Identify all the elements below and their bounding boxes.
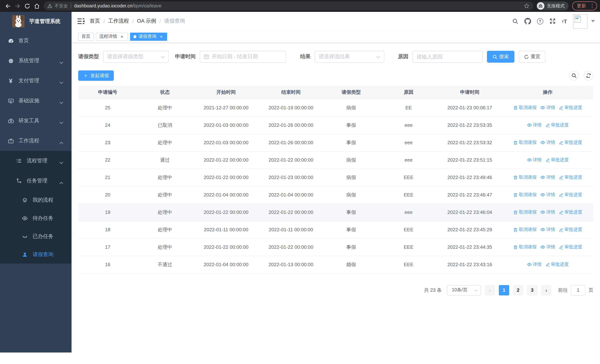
bottom-strip	[0, 353, 600, 364]
browser-menu-icon[interactable]	[590, 4, 594, 8]
tab-process-detail[interactable]: 流程详情 ×	[96, 32, 128, 41]
progress-link[interactable]: 审批进度	[545, 261, 569, 268]
detail-link[interactable]: 详情	[540, 191, 555, 198]
progress-link[interactable]: 审批进度	[559, 244, 582, 250]
prev-page-icon[interactable]: ‹	[485, 285, 495, 295]
progress-link[interactable]: 审批进度	[559, 174, 582, 180]
back-icon[interactable]	[3, 1, 13, 11]
avatar[interactable]	[573, 14, 587, 28]
cancel-leave-link[interactable]: 取消请假	[513, 209, 537, 215]
page-button-2[interactable]: 2	[513, 285, 523, 295]
security-label[interactable]: 不安全	[55, 3, 68, 9]
breadcrumb-oa-example[interactable]: OA 示例	[137, 18, 156, 24]
cancel-leave-link[interactable]: 取消请假	[513, 104, 537, 111]
cell-reason: EEE	[380, 169, 437, 186]
page-button-1[interactable]: 1	[499, 285, 509, 295]
sidebar-item-todo-tasks[interactable]: 待办任务	[0, 209, 72, 227]
sidebar-item-my-process[interactable]: 我的流程	[0, 191, 72, 209]
detail-link[interactable]: 详情	[527, 261, 542, 267]
leave-type-select[interactable]: 请选择请假类型	[103, 51, 169, 63]
next-page-icon[interactable]: ›	[541, 285, 552, 295]
sidebar-item-system[interactable]: 系统管理	[0, 51, 72, 71]
cell-apply-id: 21	[78, 169, 137, 186]
progress-link[interactable]: 审批进度	[545, 122, 569, 128]
tab-home[interactable]: 首页	[78, 32, 94, 41]
search-icon[interactable]	[512, 18, 518, 24]
breadcrumb-workflow[interactable]: 工作流程	[108, 18, 129, 24]
reload-icon[interactable]	[22, 1, 32, 11]
sidebar-item-process-mgmt[interactable]: 流程管理	[0, 151, 72, 171]
goto-page-input[interactable]	[571, 285, 586, 295]
col-leave-type: 请假类型	[322, 86, 380, 99]
close-icon[interactable]: ×	[159, 34, 164, 39]
sidebar-item-home[interactable]: 首页	[0, 31, 72, 51]
forward-icon[interactable]	[13, 1, 22, 11]
sidebar-collapse-icon[interactable]	[77, 18, 84, 25]
table-row: 21处理中2022-01-22 00:00:002022-01-23 00:00…	[78, 169, 593, 186]
breadcrumb-home[interactable]: 首页	[90, 18, 100, 24]
table-toolbar: ＋ 发起请假	[78, 70, 593, 81]
close-icon[interactable]: ×	[119, 34, 124, 39]
fullscreen-icon[interactable]	[549, 18, 556, 24]
create-leave-button[interactable]: ＋ 发起请假	[78, 70, 114, 81]
progress-link[interactable]: 审批进度	[559, 209, 582, 215]
home-icon[interactable]	[32, 1, 41, 11]
cancel-leave-link[interactable]: 取消请假	[513, 226, 537, 233]
sidebar-item-infrastructure[interactable]: 基础设施	[0, 91, 72, 111]
cancel-leave-link[interactable]: 取消请假	[513, 244, 537, 250]
cell-end-time: 2022-01-22 00:00:00	[259, 238, 322, 256]
cancel-leave-link[interactable]: 取消请假	[513, 174, 537, 180]
bookmark-star-icon[interactable]	[524, 3, 529, 9]
detail-link[interactable]: 详情	[540, 174, 555, 180]
detail-link[interactable]: 详情	[540, 209, 555, 215]
browser-update-button[interactable]: 更新	[572, 1, 597, 10]
refresh-icon[interactable]	[584, 71, 593, 80]
page-size-select[interactable]: 10条/页	[447, 285, 481, 295]
chevron-down-icon[interactable]	[591, 20, 595, 22]
font-size-icon[interactable]: тT	[562, 18, 567, 24]
date-range-picker[interactable]: 开始日期 - 结束日期	[200, 51, 286, 63]
help-icon[interactable]: ?	[537, 18, 543, 24]
github-icon[interactable]	[525, 18, 531, 24]
cell-leave-type: 病假	[322, 169, 380, 186]
detail-link[interactable]: 详情	[540, 226, 555, 233]
cell-apply-id: 22	[78, 151, 137, 169]
progress-link[interactable]: 审批进度	[559, 139, 582, 146]
progress-link[interactable]: 审批进度	[559, 192, 582, 198]
progress-link[interactable]: 审批进度	[559, 104, 582, 111]
detail-link[interactable]: 详情	[527, 122, 542, 128]
chevron-down-icon	[376, 54, 380, 60]
cell-status: 处理中	[137, 221, 193, 238]
cancel-leave-link[interactable]: 取消请假	[513, 192, 537, 198]
progress-link[interactable]: 审批进度	[559, 226, 582, 233]
reset-button[interactable]: 重置	[519, 51, 545, 63]
sidebar-item-workflow[interactable]: 工作流程	[0, 131, 72, 151]
cell-status: 不通过	[137, 256, 193, 273]
search-form: 请假类型 请选择请假类型 申请时间 开始日期	[78, 51, 593, 63]
sidebar-item-done-tasks[interactable]: 已办任务	[0, 227, 72, 245]
table-row: 16不通过2022-01-04 00:00:002022-01-13 00:00…	[78, 256, 593, 273]
cell-leave-type: 事假	[322, 116, 380, 134]
cancel-leave-link[interactable]: 取消请假	[513, 139, 537, 146]
toggle-search-icon[interactable]	[569, 71, 579, 80]
detail-link[interactable]: 详情	[527, 157, 542, 163]
detail-link[interactable]: 详情	[540, 139, 555, 146]
sidebar-item-leave-query[interactable]: 请假查询	[0, 245, 72, 263]
tab-leave-query[interactable]: 请假查询 ×	[130, 32, 167, 41]
search-button[interactable]: 搜索	[487, 51, 514, 63]
progress-link[interactable]: 审批进度	[545, 157, 569, 163]
browser-toolbar: 不安全 dashboard.yudao.iocoder.cn/bpm/oa/le…	[0, 0, 600, 12]
url-bar[interactable]: 不安全 dashboard.yudao.iocoder.cn/bpm/oa/le…	[44, 1, 533, 10]
chevron-down-icon	[59, 79, 63, 85]
reason-input[interactable]	[413, 51, 483, 62]
sidebar-item-payment[interactable]: ¥ 支付管理	[0, 71, 72, 91]
cell-actions: 取消请假详情审批进度	[502, 134, 593, 151]
sidebar-item-task-mgmt[interactable]: 任务管理	[0, 171, 72, 191]
page-button-3[interactable]: 3	[527, 285, 537, 295]
detail-link[interactable]: 详情	[540, 104, 555, 111]
sidebar-item-devtools[interactable]: 研发工具	[0, 111, 72, 131]
detail-link[interactable]: 详情	[540, 244, 555, 250]
app-logo[interactable]: 芋道管理系统	[0, 12, 72, 31]
workflow-submenu: 流程管理 任务管理 我的流程	[0, 151, 72, 263]
result-select[interactable]: 请选择流结果	[315, 51, 384, 63]
